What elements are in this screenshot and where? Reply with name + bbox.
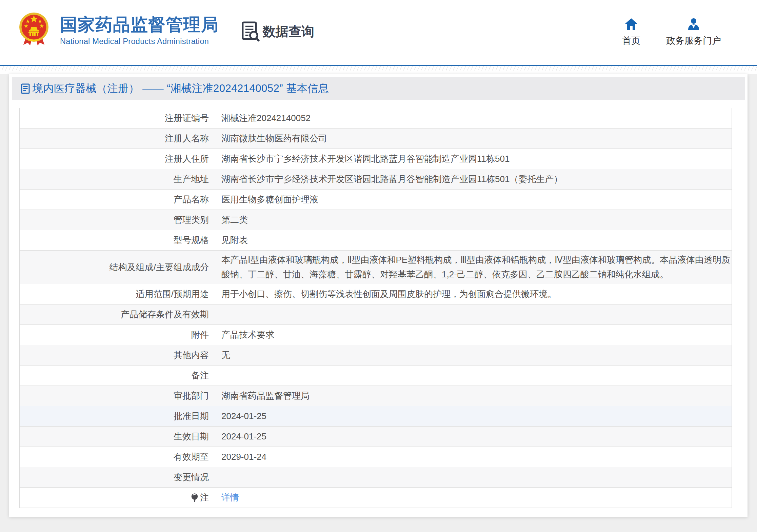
row-label: 注册人住所 (20, 149, 215, 169)
row-value: 详情 (215, 488, 732, 508)
row-label: 产品储存条件及有效期 (20, 304, 215, 325)
row-value (215, 467, 732, 488)
table-row: 注册人住所湖南省长沙市宁乡经济技术开发区谐园北路蓝月谷智能制造产业园11栋501 (20, 149, 732, 169)
row-value: 本产品Ⅰ型由液体和玻璃瓶构成，Ⅱ型由液体和PE塑料瓶构成，Ⅲ型由液体和铝瓶构成，… (215, 251, 732, 284)
table-row: 产品名称医用生物多糖创面护理液 (20, 190, 732, 210)
table-row: 注册证编号湘械注准20242140052 (20, 108, 732, 129)
registration-info-table: 注册证编号湘械注准20242140052注册人名称湖南微肽生物医药有限公司注册人… (19, 108, 732, 508)
user-icon (687, 18, 700, 31)
row-value: 湖南微肽生物医药有限公司 (215, 129, 732, 149)
table-row: 管理类别第二类 (20, 210, 732, 230)
row-value: 湖南省长沙市宁乡经济技术开发区谐园北路蓝月谷智能制造产业园11栋501（委托生产… (215, 169, 732, 190)
table-row: 生产地址湖南省长沙市宁乡经济技术开发区谐园北路蓝月谷智能制造产业园11栋501（… (20, 169, 732, 190)
page-content: 境内医疗器械（注册） —— “湘械注准20242140052” 基本信息 注册证… (0, 74, 757, 532)
info-panel: 境内医疗器械（注册） —— “湘械注准20242140052” 基本信息 注册证… (9, 74, 748, 517)
nav-gov-portal[interactable]: 政务服务门户 (666, 18, 721, 47)
row-label: 注册证编号 (20, 108, 215, 129)
table-row: 附件产品技术要求 (20, 325, 732, 345)
detail-link[interactable]: 详情 (221, 492, 239, 503)
row-label: 型号规格 (20, 230, 215, 251)
row-value: 2024-01-25 (215, 406, 732, 427)
row-label: 生效日期 (20, 427, 215, 447)
home-icon (624, 18, 638, 31)
row-value: 2024-01-25 (215, 427, 732, 447)
row-label: 变更情况 (20, 467, 215, 488)
table-row: 注册人名称湖南微肽生物医药有限公司 (20, 129, 732, 149)
china-national-emblem-icon[interactable] (19, 11, 49, 47)
row-value: 无 (215, 345, 732, 366)
table-row: 有效期至2029-01-24 (20, 447, 732, 467)
table-row: 注详情 (20, 488, 732, 508)
nav-home-label: 首页 (622, 35, 640, 47)
table-row: 其他内容无 (20, 345, 732, 366)
table-row: 审批部门湖南省药品监督管理局 (20, 386, 732, 406)
panel-title-bar: 境内医疗器械（注册） —— “湘械注准20242140052” 基本信息 (12, 77, 745, 100)
table-row: 变更情况 (20, 467, 732, 488)
row-value (215, 366, 732, 386)
header-gap (0, 71, 757, 74)
row-value: 湖南省药品监督管理局 (215, 386, 732, 406)
row-label: 适用范围/预期用途 (20, 284, 215, 304)
nav-gov-portal-label: 政务服务门户 (666, 35, 721, 47)
row-label: 产品名称 (20, 190, 215, 210)
row-value: 第二类 (215, 210, 732, 230)
row-value: 2029-01-24 (215, 447, 732, 467)
site-title-cn: 国家药品监督管理局 (60, 16, 219, 34)
row-label: 批准日期 (20, 406, 215, 427)
row-value: 湖南省长沙市宁乡经济技术开发区谐园北路蓝月谷智能制造产业园11栋501 (215, 149, 732, 169)
data-query-label: 数据查询 (263, 23, 314, 40)
row-label: 注册人名称 (20, 129, 215, 149)
table-row: 结构及组成/主要组成成分本产品Ⅰ型由液体和玻璃瓶构成，Ⅱ型由液体和PE塑料瓶构成… (20, 251, 732, 284)
header-hatch-stripe (0, 66, 757, 71)
row-value: 湘械注准20242140052 (215, 108, 732, 129)
row-label: 管理类别 (20, 210, 215, 230)
row-value: 见附表 (215, 230, 732, 251)
row-label: 其他内容 (20, 345, 215, 366)
table-row: 产品储存条件及有效期 (20, 304, 732, 325)
bulb-icon (191, 493, 198, 503)
table-row: 型号规格见附表 (20, 230, 732, 251)
site-logo[interactable]: 国家药品监督管理局 National Medical Products Admi… (60, 16, 219, 46)
nav-home[interactable]: 首页 (622, 18, 640, 47)
site-header: 国家药品监督管理局 National Medical Products Admi… (0, 0, 757, 65)
panel-title: 境内医疗器械（注册） —— “湘械注准20242140052” 基本信息 (33, 81, 329, 96)
row-label: 附件 (20, 325, 215, 345)
row-value (215, 304, 732, 325)
row-label: 注 (20, 488, 215, 508)
row-label: 有效期至 (20, 447, 215, 467)
table-row: 备注 (20, 366, 732, 386)
row-value: 医用生物多糖创面护理液 (215, 190, 732, 210)
data-query-section[interactable]: 数据查询 (242, 21, 314, 42)
row-label: 审批部门 (20, 386, 215, 406)
row-label: 结构及组成/主要组成成分 (20, 251, 215, 284)
site-title-en: National Medical Products Administration (60, 37, 219, 46)
row-label: 生产地址 (20, 169, 215, 190)
row-label: 备注 (20, 366, 215, 386)
row-value: 产品技术要求 (215, 325, 732, 345)
row-value: 用于小创口、擦伤、切割伤等浅表性创面及周围皮肤的护理，为创面愈合提供微环境。 (215, 284, 732, 304)
table-row: 生效日期2024-01-25 (20, 427, 732, 447)
document-icon (21, 83, 30, 94)
table-row: 适用范围/预期用途用于小创口、擦伤、切割伤等浅表性创面及周围皮肤的护理，为创面愈… (20, 284, 732, 304)
document-search-icon (242, 21, 260, 42)
table-row: 批准日期2024-01-25 (20, 406, 732, 427)
header-nav: 首页 政务服务门户 (622, 18, 721, 47)
